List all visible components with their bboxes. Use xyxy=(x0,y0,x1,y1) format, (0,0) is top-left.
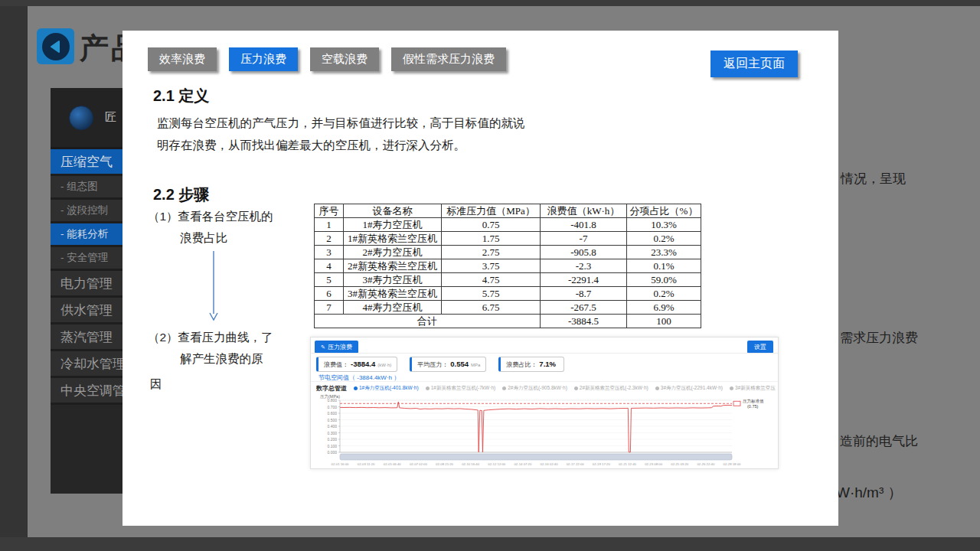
svg-text:02-14 07:20: 02-14 07:20 xyxy=(514,462,532,466)
svg-text:02-16 02:40: 02-16 02:40 xyxy=(541,462,559,466)
legend-label: 2#寿力空压机(-905.8kW·h) xyxy=(508,385,567,392)
stat-box: 平均压力：0.554MPa xyxy=(410,357,486,372)
stat-label: 平均压力： xyxy=(417,360,448,369)
table-cell: 1.75 xyxy=(442,232,541,246)
total-waste: -3884.5 xyxy=(541,315,627,328)
waste-category-tab[interactable]: 压力浪费 xyxy=(229,47,298,71)
svg-text:0.400: 0.400 xyxy=(327,424,337,429)
stat-unit: (kW·h) xyxy=(377,363,391,367)
frame-top xyxy=(0,0,980,6)
dashboard-tab-label: 压力浪费 xyxy=(328,343,352,351)
table-total-row: 合计-3884.5100 xyxy=(315,315,701,328)
table-cell: 59.0% xyxy=(627,273,701,287)
table-cell: 2#新英格索兰空压机 xyxy=(344,259,442,273)
svg-text:02-01 16:00: 02-01 16:00 xyxy=(332,462,350,466)
table-cell: 3#寿力空压机 xyxy=(344,273,442,287)
svg-text:(0.75): (0.75) xyxy=(747,404,759,409)
svg-text:0.000: 0.000 xyxy=(327,450,337,455)
bg-text-fragment: 需求压力浪费 xyxy=(840,329,918,347)
table-header-cell: 浪费值（kW·h） xyxy=(541,204,627,218)
legend-label: 2#新英格索兰空压机(-2.3kW·h) xyxy=(580,385,648,392)
table-cell: 6.9% xyxy=(627,301,701,315)
table-cell: 1#寿力空压机 xyxy=(344,218,442,232)
legend-dot-icon xyxy=(730,386,733,390)
svg-text:02-03 11:20: 02-03 11:20 xyxy=(358,462,375,466)
step1-text: （1）查看各台空压机的 xyxy=(148,209,273,225)
step1-text: 浪费占比 xyxy=(180,230,227,246)
table-cell: 1 xyxy=(315,218,344,232)
legend-label: 3#新英格索兰空压机(-8.7kW·h) xyxy=(735,385,776,392)
divider xyxy=(311,381,778,382)
divider xyxy=(311,353,778,354)
legend-item[interactable]: 3#寿力空压机(-2291.4kW·h) xyxy=(655,385,723,392)
waste-category-tab[interactable]: 效率浪费 xyxy=(148,47,217,71)
chart-legend: 数字总管道 1#寿力空压机(-401.8kW·h)1#新英格索兰空压机(-7kW… xyxy=(316,384,776,393)
bg-text-fragment: 造前的电气比 xyxy=(840,432,918,450)
table-cell: -7 xyxy=(541,232,627,246)
table-cell: 2#寿力空压机 xyxy=(344,246,442,259)
table-row: 21#新英格索兰空压机1.75-70.2% xyxy=(315,232,701,246)
svg-text:02-26 22:40: 02-26 22:40 xyxy=(697,462,715,466)
svg-text:02-05 06:40: 02-05 06:40 xyxy=(384,462,402,466)
table-cell: 4#寿力空压机 xyxy=(344,301,442,315)
table-header-cell: 分项占比（%） xyxy=(627,204,701,218)
svg-text:0.700: 0.700 xyxy=(327,405,337,409)
table-cell: -2.3 xyxy=(541,259,627,273)
table-row: 32#寿力空压机2.75-905.823.3% xyxy=(315,246,701,259)
waste-category-tab[interactable]: 假性需求压力浪费 xyxy=(391,47,506,71)
pencil-icon: ✎ xyxy=(321,344,325,350)
dashboard-stats: 浪费值：-3884.4(kW·h)平均压力：0.554MPa浪费占比：7.1% xyxy=(316,357,564,372)
stat-unit: MPa xyxy=(471,363,480,367)
legend-item[interactable]: 1#新英格索兰空压机(-7kW·h) xyxy=(426,385,496,392)
dashboard-settings-button[interactable]: 设置 xyxy=(747,341,773,354)
app-logo-icon xyxy=(69,106,93,130)
table-cell: -905.8 xyxy=(541,246,627,259)
svg-text:02-25 03:20: 02-25 03:20 xyxy=(671,462,689,466)
legend-dot-icon xyxy=(354,386,358,390)
stat-box: 浪费值：-3884.4(kW·h) xyxy=(316,357,397,372)
table-row: 11#寿力空压机0.75-401.810.3% xyxy=(315,218,701,232)
legend-item[interactable]: 1#寿力空压机(-401.8kW·h) xyxy=(354,385,419,392)
legend-label: 1#新英格索兰空压机(-7kW·h) xyxy=(431,385,496,392)
table-cell: 4.75 xyxy=(442,273,541,287)
table-cell: 1#新英格索兰空压机 xyxy=(344,232,442,246)
table-cell: 2.75 xyxy=(442,246,541,259)
back-badge[interactable] xyxy=(37,28,74,64)
legend-item[interactable]: 2#新英格索兰空压机(-2.3kW·h) xyxy=(574,385,648,392)
total-label: 合计 xyxy=(315,315,541,328)
stat-value: 7.1% xyxy=(539,360,556,368)
waste-tab-bar: 效率浪费压力浪费空载浪费假性需求压力浪费 xyxy=(148,47,506,71)
dashboard-tab[interactable]: ✎ 压力浪费 xyxy=(315,341,358,354)
legend-dot-icon xyxy=(655,386,659,390)
svg-text:02-28 18:00: 02-28 18:00 xyxy=(724,462,742,466)
svg-text:0.800: 0.800 xyxy=(327,398,337,403)
steps-title: 2.2 步骤 xyxy=(153,184,209,205)
table-cell: 0.2% xyxy=(627,287,701,301)
bg-text-fragment: W·h/m³ ） xyxy=(836,483,903,503)
total-percent: 100 xyxy=(627,315,701,328)
table-cell: 0.75 xyxy=(442,218,541,232)
waste-category-tab[interactable]: 空载浪费 xyxy=(310,47,379,71)
svg-text:02-07 02:00: 02-07 02:00 xyxy=(410,462,428,466)
table-row: 74#寿力空压机6.75-267.56.9% xyxy=(315,301,701,315)
table-header-cell: 设备名称 xyxy=(344,204,442,218)
return-home-button[interactable]: 返回主页面 xyxy=(710,51,798,77)
frame-left xyxy=(0,6,28,537)
table-cell: -2291.4 xyxy=(541,273,627,287)
table-cell: 6 xyxy=(315,287,344,301)
table-row: 53#寿力空压机4.75-2291.459.0% xyxy=(315,273,701,287)
table-header-cell: 标准压力值（MPa） xyxy=(442,204,541,218)
waste-table: 序号设备名称标准压力值（MPa）浪费值（kW·h）分项占比（%）11#寿力空压机… xyxy=(314,204,701,328)
step2-text: （2）查看压力曲线，了 xyxy=(148,330,273,346)
legend-item[interactable]: 2#寿力空压机(-905.8kW·h) xyxy=(502,385,567,392)
table-cell: 3.75 xyxy=(442,259,541,273)
legend-item[interactable]: 3#新英格索兰空压机(-8.7kW·h) xyxy=(730,385,776,392)
table-cell: 4 xyxy=(315,259,344,273)
table-cell: 23.3% xyxy=(627,246,701,259)
legend-dot-icon xyxy=(502,386,506,390)
definition-line2: 明存在浪费，从而找出偏差最大的空压机，进行深入分析。 xyxy=(157,134,525,156)
svg-text:02-17 22:00: 02-17 22:00 xyxy=(567,462,585,466)
table-cell: 10.3% xyxy=(627,218,701,232)
table-cell: 3 xyxy=(315,246,344,259)
svg-text:02-10 16:40: 02-10 16:40 xyxy=(462,462,480,466)
